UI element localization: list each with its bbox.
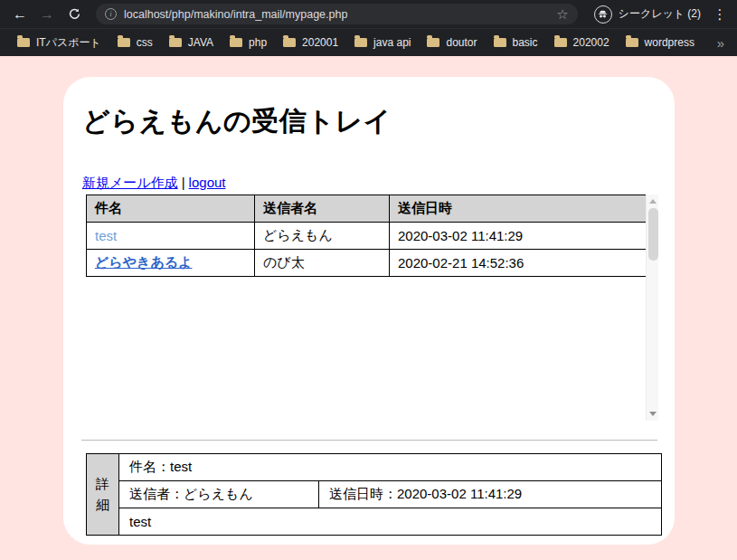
datetime-cell: 2020-02-21 14:52:36	[390, 250, 647, 277]
bookmark-item[interactable]: php	[222, 33, 275, 52]
scroll-down-arrow-icon[interactable]	[649, 412, 657, 416]
browser-toolbar: ← → i localhost/php/makino/intra_mail/my…	[0, 0, 737, 28]
bookmark-label: css	[137, 36, 153, 49]
subject-link[interactable]: test	[95, 228, 117, 243]
sender-cell: のび太	[255, 250, 390, 277]
forward-button[interactable]: →	[34, 3, 60, 26]
bookmark-label: php	[249, 36, 267, 49]
folder-icon	[118, 38, 130, 47]
bookmark-item[interactable]: css	[109, 33, 161, 52]
folder-icon	[230, 38, 242, 47]
detail-datetime-cell: 送信日時：2020-03-02 11:41:29	[319, 481, 662, 508]
datetime-cell: 2020-03-02 11:41:29	[390, 223, 647, 250]
bookmark-label: 202001	[302, 36, 338, 49]
bookmark-item[interactable]: java api	[346, 33, 419, 52]
folder-icon	[554, 38, 567, 47]
scrollbar-thumb[interactable]	[648, 208, 658, 261]
column-header-sender: 送信者名	[255, 195, 390, 223]
url-text: localhost/php/makino/intra_mail/mypage.p…	[124, 8, 549, 21]
page-nav: 新規メール作成|logout	[82, 175, 658, 192]
bookmarks-bar: ITパスポート css JAVA php 202001 java api dou…	[0, 28, 737, 56]
address-bar[interactable]: i localhost/php/makino/intra_mail/mypage…	[96, 4, 578, 24]
bookmark-label: doutor	[446, 36, 477, 49]
detail-label-cell: 詳細	[87, 454, 119, 536]
subject-cell: どらやきあるよ	[87, 250, 255, 277]
bookmark-item[interactable]: 202001	[275, 33, 346, 52]
table-row[interactable]: どらやきあるよ のび太 2020-02-21 14:52:36	[87, 250, 647, 277]
bookmark-star-icon[interactable]: ☆	[556, 7, 568, 21]
folder-icon	[17, 38, 30, 47]
scroll-up-arrow-icon[interactable]	[649, 199, 657, 204]
detail-row-subject: 詳細 件名：test	[87, 454, 662, 481]
refresh-button[interactable]	[61, 3, 87, 26]
column-header-subject: 件名	[87, 195, 255, 223]
bookmarks-overflow-icon[interactable]: »	[713, 35, 728, 51]
bookmark-item[interactable]: doutor	[419, 33, 485, 52]
logout-link[interactable]: logout	[189, 175, 226, 190]
detail-sender-cell: 送信者：どらえもん	[119, 481, 319, 508]
back-button[interactable]: ←	[7, 3, 33, 26]
page-title: どらえもんの受信トレイ	[82, 103, 658, 140]
incognito-badge[interactable]: シークレット (2)	[587, 5, 708, 24]
detail-row-body: test	[87, 508, 662, 536]
column-header-datetime: 送信日時	[390, 195, 647, 223]
inbox-table: 件名 送信者名 送信日時 test どらえもん 2020-03-02 11:41…	[86, 195, 647, 277]
folder-icon	[427, 38, 439, 47]
divider	[81, 440, 657, 441]
page-viewport: どらえもんの受信トレイ 新規メール作成|logout 件名 送信者名 送信日時	[0, 56, 737, 560]
inbox-scroll-area: 件名 送信者名 送信日時 test どらえもん 2020-03-02 11:41…	[86, 195, 658, 421]
subject-cell: test	[87, 223, 255, 250]
compose-mail-link[interactable]: 新規メール作成	[82, 175, 178, 190]
browser-menu-icon[interactable]: ⋮	[710, 6, 730, 23]
bookmark-label: basic	[513, 36, 538, 49]
folder-icon	[494, 38, 506, 47]
bookmark-label: JAVA	[188, 36, 213, 49]
bookmark-item[interactable]: wordpress	[618, 33, 703, 52]
detail-subject-cell: 件名：test	[119, 454, 662, 481]
bookmark-item[interactable]: ITパスポート	[9, 33, 109, 53]
subject-link[interactable]: どらやきあるよ	[95, 254, 192, 270]
bookmark-item[interactable]: 202002	[546, 33, 618, 52]
refresh-icon	[68, 7, 81, 21]
incognito-label: シークレット (2)	[619, 6, 701, 22]
detail-body-cell: test	[119, 508, 662, 536]
page-info-icon[interactable]: i	[105, 8, 117, 20]
incognito-icon	[594, 5, 612, 24]
folder-icon	[283, 38, 296, 47]
nav-separator: |	[178, 175, 189, 190]
detail-table: 詳細 件名：test 送信者：どらえもん 送信日時：2020-03-02 11:…	[86, 453, 662, 536]
content-card: どらえもんの受信トレイ 新規メール作成|logout 件名 送信者名 送信日時	[63, 77, 675, 545]
sender-cell: どらえもん	[255, 223, 390, 250]
inbox-scrollbar[interactable]	[646, 195, 658, 421]
bookmark-item[interactable]: basic	[486, 33, 546, 52]
bookmark-label: java api	[373, 36, 411, 49]
detail-row-sender: 送信者：どらえもん 送信日時：2020-03-02 11:41:29	[87, 481, 662, 508]
bookmark-label: 202002	[573, 36, 609, 49]
bookmark-item[interactable]: JAVA	[161, 33, 222, 52]
folder-icon	[169, 38, 182, 47]
inbox-header-row: 件名 送信者名 送信日時	[87, 195, 647, 223]
bookmark-label: wordpress	[645, 36, 694, 49]
table-row[interactable]: test どらえもん 2020-03-02 11:41:29	[87, 223, 647, 250]
bookmark-label: ITパスポート	[36, 35, 101, 51]
folder-icon	[354, 38, 367, 47]
folder-icon	[626, 38, 638, 47]
